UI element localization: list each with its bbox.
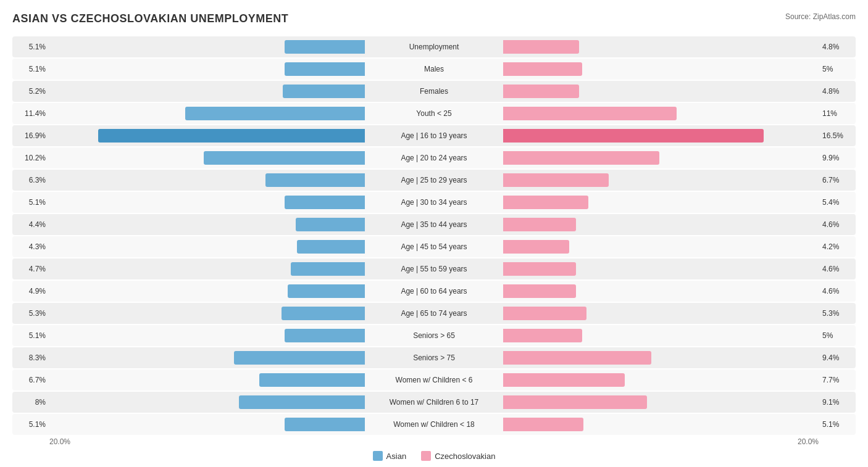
row-label: Males bbox=[366, 65, 502, 73]
legend-asian: Asian bbox=[373, 451, 407, 461]
row-label: Age | 35 to 44 years bbox=[366, 220, 502, 229]
val-czech: 6.7% bbox=[819, 176, 856, 184]
val-asian: 5.1% bbox=[12, 198, 49, 207]
val-czech: 4.2% bbox=[819, 242, 856, 251]
val-czech: 7.7% bbox=[819, 376, 856, 384]
val-czech: 9.4% bbox=[819, 353, 856, 362]
val-czech: 9.1% bbox=[819, 398, 856, 407]
val-czech: 5% bbox=[819, 331, 856, 340]
val-asian: 5.1% bbox=[12, 420, 49, 429]
val-czech: 16.5% bbox=[819, 131, 856, 140]
row-label: Age | 45 to 54 years bbox=[366, 242, 502, 251]
row-label: Age | 20 to 24 years bbox=[366, 154, 502, 162]
legend-asian-box bbox=[373, 451, 383, 461]
val-czech: 5.3% bbox=[819, 309, 856, 318]
val-asian: 4.9% bbox=[12, 287, 49, 295]
val-czech: 5.1% bbox=[819, 420, 856, 429]
chart-row: 4.7%Age | 55 to 59 years4.6% bbox=[12, 258, 856, 279]
val-asian: 11.4% bbox=[12, 109, 49, 118]
legend: Asian Czechoslovakian bbox=[12, 451, 856, 461]
val-asian: 6.7% bbox=[12, 376, 49, 384]
val-czech: 4.6% bbox=[819, 265, 856, 273]
row-label: Females bbox=[366, 87, 502, 96]
chart-container: Asian vs Czechoslovakian Unemployment So… bbox=[0, 0, 868, 467]
val-czech: 9.9% bbox=[819, 154, 856, 162]
chart-row: 6.7%Women w/ Children < 67.7% bbox=[12, 370, 856, 391]
legend-asian-label: Asian bbox=[386, 452, 407, 461]
row-label: Women w/ Children 6 to 17 bbox=[366, 398, 502, 407]
val-asian: 5.1% bbox=[12, 65, 49, 73]
legend-czech-label: Czechoslovakian bbox=[435, 452, 495, 461]
row-label: Age | 30 to 34 years bbox=[366, 198, 502, 207]
axis-left: 20.0% bbox=[49, 437, 70, 446]
chart-row: 5.1%Women w/ Children < 185.1% bbox=[12, 414, 856, 435]
chart-row: 5.1%Unemployment4.8% bbox=[12, 36, 856, 57]
chart-row: 6.3%Age | 25 to 29 years6.7% bbox=[12, 170, 856, 191]
chart-title: Asian vs Czechoslovakian Unemployment bbox=[12, 12, 288, 25]
val-czech: 5% bbox=[819, 65, 856, 73]
chart-row: 16.9%Age | 16 to 19 years16.5% bbox=[12, 125, 856, 146]
chart-row: 5.1%Males5% bbox=[12, 59, 856, 80]
val-asian: 10.2% bbox=[12, 154, 49, 162]
row-label: Women w/ Children < 6 bbox=[366, 376, 502, 384]
row-label: Youth < 25 bbox=[366, 109, 502, 118]
chart-row: 8%Women w/ Children 6 to 179.1% bbox=[12, 392, 856, 413]
val-czech: 4.8% bbox=[819, 87, 856, 96]
legend-czech-box bbox=[421, 451, 431, 461]
val-asian: 8% bbox=[12, 398, 49, 407]
chart-row: 11.4%Youth < 2511% bbox=[12, 103, 856, 124]
row-label: Age | 65 to 74 years bbox=[366, 309, 502, 318]
val-czech: 4.6% bbox=[819, 287, 856, 295]
chart-row: 4.9%Age | 60 to 64 years4.6% bbox=[12, 281, 856, 302]
val-asian: 8.3% bbox=[12, 353, 49, 362]
chart-row: 4.4%Age | 35 to 44 years4.6% bbox=[12, 214, 856, 235]
val-asian: 6.3% bbox=[12, 176, 49, 184]
chart-row: 5.1%Seniors > 655% bbox=[12, 325, 856, 346]
row-label: Seniors > 65 bbox=[366, 331, 502, 340]
row-label: Seniors > 75 bbox=[366, 353, 502, 362]
val-czech: 5.4% bbox=[819, 198, 856, 207]
val-asian: 4.3% bbox=[12, 242, 49, 251]
val-czech: 4.8% bbox=[819, 43, 856, 51]
row-label: Women w/ Children < 18 bbox=[366, 420, 502, 429]
val-asian: 5.1% bbox=[12, 331, 49, 340]
chart-source: Source: ZipAtlas.com bbox=[785, 12, 856, 21]
val-asian: 16.9% bbox=[12, 131, 49, 140]
row-label: Age | 16 to 19 years bbox=[366, 131, 502, 140]
row-label: Age | 60 to 64 years bbox=[366, 287, 502, 295]
chart-row: 8.3%Seniors > 759.4% bbox=[12, 347, 856, 368]
val-asian: 5.1% bbox=[12, 43, 49, 51]
axis-right: 20.0% bbox=[798, 437, 819, 446]
chart-body: 5.1%Unemployment4.8%5.1%Males5%5.2%Femal… bbox=[12, 36, 856, 435]
row-label: Age | 55 to 59 years bbox=[366, 265, 502, 273]
chart-row: 5.3%Age | 65 to 74 years5.3% bbox=[12, 303, 856, 324]
val-asian: 5.3% bbox=[12, 309, 49, 318]
val-asian: 4.7% bbox=[12, 265, 49, 273]
val-asian: 4.4% bbox=[12, 220, 49, 229]
chart-row: 4.3%Age | 45 to 54 years4.2% bbox=[12, 236, 856, 257]
bottom-axis: 20.0% 20.0% bbox=[12, 437, 856, 446]
row-label: Unemployment bbox=[366, 43, 502, 51]
val-czech: 4.6% bbox=[819, 220, 856, 229]
chart-row: 5.2%Females4.8% bbox=[12, 81, 856, 102]
chart-header: Asian vs Czechoslovakian Unemployment So… bbox=[12, 12, 856, 25]
chart-row: 5.1%Age | 30 to 34 years5.4% bbox=[12, 192, 856, 213]
val-czech: 11% bbox=[819, 109, 856, 118]
legend-czech: Czechoslovakian bbox=[421, 451, 495, 461]
val-asian: 5.2% bbox=[12, 87, 49, 96]
chart-row: 10.2%Age | 20 to 24 years9.9% bbox=[12, 147, 856, 168]
row-label: Age | 25 to 29 years bbox=[366, 176, 502, 184]
